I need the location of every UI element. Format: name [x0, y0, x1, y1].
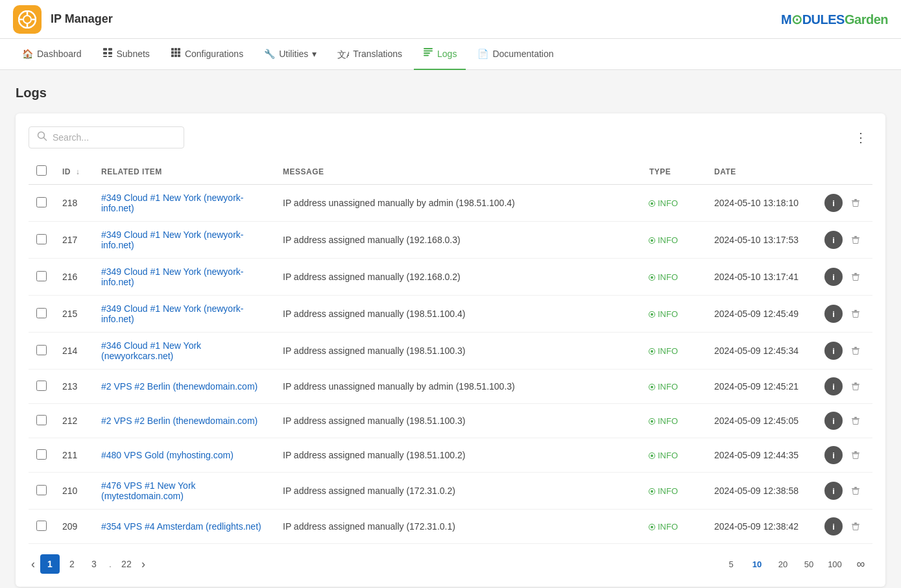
- related-item-link[interactable]: #346 Cloud #1 New York (newyorkcars.net): [101, 340, 201, 361]
- page-button-3[interactable]: 3: [84, 554, 104, 574]
- info-button[interactable]: i: [824, 446, 843, 464]
- svg-rect-39: [854, 382, 857, 384]
- page-size-50[interactable]: 50: [797, 554, 821, 574]
- info-button[interactable]: i: [824, 231, 843, 249]
- row-checkbox[interactable]: [36, 449, 47, 460]
- row-checkbox[interactable]: [36, 345, 47, 355]
- row-checkbox[interactable]: [36, 308, 47, 318]
- row-date: 2024-05-09 12:45:05: [706, 404, 817, 438]
- related-item-link[interactable]: #2 VPS #2 Berlin (thenewdomain.com): [101, 381, 258, 392]
- nav-item-configurations[interactable]: Configurations: [162, 39, 252, 70]
- row-actions: i: [817, 296, 872, 333]
- row-actions: i: [817, 438, 872, 473]
- related-item-link[interactable]: #349 Cloud #1 New York (newyork-info.net…: [101, 303, 243, 324]
- delete-button[interactable]: [847, 377, 865, 395]
- info-button[interactable]: i: [824, 377, 843, 395]
- page-button-22[interactable]: 22: [117, 554, 136, 574]
- delete-button[interactable]: [847, 446, 865, 464]
- row-checkbox[interactable]: [36, 415, 47, 425]
- svg-rect-37: [854, 347, 857, 348]
- related-item-link[interactable]: #2 VPS #2 Berlin (thenewdomain.com): [101, 416, 258, 426]
- related-item-link[interactable]: #480 VPS Gold (myhosting.com): [101, 450, 234, 460]
- row-actions: i: [817, 473, 872, 510]
- table-row: 212 #2 VPS #2 Berlin (thenewdomain.com) …: [29, 404, 872, 438]
- table-row: 209 #354 VPS #4 Amsterdam (redlights.net…: [29, 510, 872, 544]
- row-checkbox[interactable]: [36, 234, 47, 244]
- page-size-5[interactable]: 5: [719, 554, 743, 574]
- nav-label-translations: Translations: [353, 49, 402, 59]
- next-page-button[interactable]: ›: [139, 558, 148, 571]
- nav-item-utilities[interactable]: 🔧 Utilities ▾: [255, 39, 326, 70]
- related-item-link[interactable]: #349 Cloud #1 New York (newyork-info.net…: [101, 266, 243, 287]
- page-size-100[interactable]: 100: [823, 554, 847, 574]
- col-header-related: RELATED ITEM: [93, 159, 275, 185]
- info-button[interactable]: i: [824, 305, 843, 323]
- info-button[interactable]: i: [824, 194, 843, 212]
- table-row: 214 #346 Cloud #1 New York (newyorkcars.…: [29, 333, 872, 370]
- row-type: INFO: [642, 296, 706, 333]
- delete-button[interactable]: [847, 194, 865, 212]
- delete-button[interactable]: [847, 305, 865, 323]
- related-item-link[interactable]: #349 Cloud #1 New York (newyork-info.net…: [101, 229, 243, 250]
- badge-dot: [649, 453, 655, 458]
- actions-cell: i: [824, 412, 865, 430]
- row-related-item: #354 VPS #4 Amsterdam (redlights.net): [93, 510, 275, 544]
- row-type: INFO: [642, 222, 706, 259]
- page-size-10[interactable]: 10: [745, 554, 769, 574]
- delete-button[interactable]: [847, 268, 865, 286]
- search-input[interactable]: [53, 132, 176, 143]
- page-size-20[interactable]: 20: [771, 554, 795, 574]
- badge-dot: [649, 312, 655, 317]
- col-header-actions: [817, 159, 872, 185]
- type-badge: INFO: [649, 346, 678, 356]
- page-button-1[interactable]: 1: [40, 554, 60, 574]
- app-title: IP Manager: [51, 12, 113, 26]
- info-button[interactable]: i: [824, 412, 843, 430]
- svg-rect-30: [852, 237, 859, 239]
- page-button-2[interactable]: 2: [62, 554, 82, 574]
- row-related-item: #349 Cloud #1 New York (newyork-info.net…: [93, 185, 275, 222]
- row-checkbox[interactable]: [36, 381, 47, 391]
- info-button[interactable]: i: [824, 268, 843, 286]
- nav-item-subnets[interactable]: Subnets: [93, 39, 159, 70]
- nav-item-logs[interactable]: Logs: [414, 39, 466, 70]
- info-button[interactable]: i: [824, 482, 843, 500]
- delete-button[interactable]: [847, 231, 865, 249]
- row-checkbox[interactable]: [36, 485, 47, 495]
- row-checkbox-cell: [29, 222, 54, 259]
- row-message: IP address assigned manually (198.51.100…: [275, 333, 642, 370]
- col-header-type: TYPE: [642, 159, 706, 185]
- svg-rect-20: [178, 54, 180, 57]
- prev-page-button[interactable]: ‹: [29, 558, 38, 571]
- row-checkbox-cell: [29, 510, 54, 544]
- row-id: 217: [54, 222, 93, 259]
- type-badge: INFO: [649, 272, 678, 282]
- info-button[interactable]: i: [824, 342, 843, 360]
- row-checkbox-cell: [29, 333, 54, 370]
- related-item-link[interactable]: #354 VPS #4 Amsterdam (redlights.net): [101, 521, 261, 532]
- page-size-inf[interactable]: ∞: [849, 554, 872, 574]
- nav-label-utilities: Utilities: [279, 49, 308, 59]
- delete-button[interactable]: [847, 412, 865, 430]
- delete-button[interactable]: [847, 342, 865, 360]
- row-type: INFO: [642, 438, 706, 473]
- page-nav: ‹ 1 2 3 . 22 ›: [29, 554, 148, 574]
- row-id: 212: [54, 404, 93, 438]
- related-item-link[interactable]: #349 Cloud #1 New York (newyork-info.net…: [101, 193, 243, 213]
- translations-icon: 文A: [337, 47, 349, 59]
- select-all-checkbox[interactable]: [36, 165, 47, 176]
- type-badge: INFO: [649, 486, 678, 496]
- related-item-link[interactable]: #476 VPS #1 New York (mytestdomain.com): [101, 480, 196, 501]
- nav-item-dashboard[interactable]: 🏠 Dashboard: [13, 39, 91, 70]
- row-checkbox[interactable]: [36, 197, 47, 207]
- nav-item-documentation[interactable]: 📄 Documentation: [468, 39, 562, 70]
- more-options-button[interactable]: ⋮: [849, 127, 872, 148]
- delete-button[interactable]: [847, 517, 865, 535]
- row-date: 2024-05-09 12:45:34: [706, 333, 817, 370]
- delete-button[interactable]: [847, 482, 865, 500]
- row-checkbox[interactable]: [36, 271, 47, 281]
- info-button[interactable]: i: [824, 517, 843, 535]
- row-checkbox[interactable]: [36, 521, 47, 531]
- nav-item-translations[interactable]: 文A Translations: [328, 39, 411, 70]
- brand-logo: M⊙DULESGarden: [781, 12, 888, 27]
